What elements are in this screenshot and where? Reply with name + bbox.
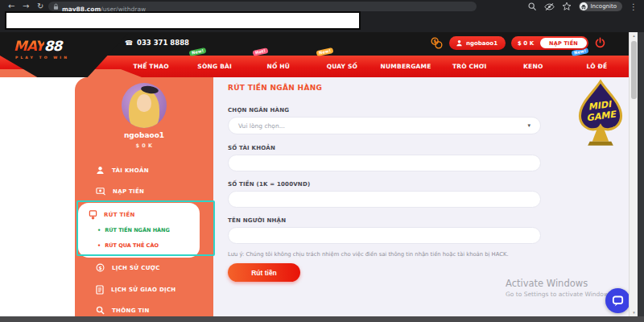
- sidebar: ngobaoo1 $ 0 K TÀI KHOẢN NẠP TIỀN RÚT TI…: [75, 77, 213, 316]
- nav-lo-de[interactable]: New!LÔ ĐỀ: [565, 56, 629, 77]
- hotline-number: 033 371 8888: [137, 39, 189, 47]
- page-body: RÚT TIỀN NGÂN HÀNG CHỌN NGÂN HÀNG Vui lò…: [0, 77, 629, 316]
- sidebar-item-bet-history[interactable]: $ LỊCH SỬ CƯỢC: [96, 262, 160, 274]
- logo-88: 88: [44, 38, 62, 54]
- page-title: RÚT TIỀN NGÂN HÀNG: [228, 84, 322, 92]
- address-bar[interactable]: may88.com/user/withdraw: [48, 2, 477, 11]
- sidebar-active-group: RÚT TIỀN • RÚT TIỀN NGÂN HÀNG • RÚT QUA …: [78, 203, 200, 258]
- window-bottom-edge: [0, 316, 644, 322]
- scroll-down-icon[interactable]: ▾: [630, 310, 638, 316]
- withdraw-submit-button[interactable]: Rút tiền: [228, 263, 300, 282]
- activate-windows-watermark: Activate Windows Go to Settings to activ…: [506, 278, 613, 298]
- lock-icon: [53, 3, 59, 10]
- window-right-edge: [638, 32, 644, 322]
- account-number-label: SỐ TÀI KHOẢN: [228, 145, 275, 151]
- sidebar-subitem-withdraw-card[interactable]: • RÚT QUA THẺ CÀO: [97, 242, 159, 249]
- chat-icon: [611, 294, 625, 308]
- receiver-name-input[interactable]: [228, 227, 541, 244]
- nav-numbergame[interactable]: NUMBERGAME: [374, 56, 438, 77]
- zoom-icon[interactable]: [527, 2, 537, 11]
- sidebar-balance: $ 0 K: [75, 142, 213, 149]
- dollar-circle-icon: $: [96, 263, 105, 272]
- browser-chrome: ← → ↻ may88.com/user/withdraw Incognito …: [0, 0, 644, 32]
- balance-deposit-pill[interactable]: $ 0 K NẠP TIỀN: [511, 36, 588, 50]
- amount-label: SỐ TIỀN (1K = 1000VND): [228, 181, 310, 188]
- midi-game-logo: MIDI GAME: [574, 79, 627, 153]
- disclaimer-note: Lưu ý: Chúng tôi không chịu trách nhiệm …: [228, 251, 566, 258]
- sidebar-subitem-withdraw-bank[interactable]: • RÚT TIỀN NGÂN HÀNG: [97, 227, 170, 233]
- bookmark-star-icon[interactable]: [562, 2, 572, 11]
- exchange-coins-icon: $: [430, 36, 444, 50]
- reload-icon[interactable]: ↻: [37, 1, 43, 11]
- nav-keno[interactable]: KENO: [502, 56, 565, 77]
- hotline: ☎ 033 371 8888: [125, 39, 189, 47]
- sidebar-item-account[interactable]: TÀI KHOẢN: [96, 164, 149, 176]
- sidebar-item-withdraw[interactable]: RÚT TIỀN: [89, 210, 135, 220]
- nav-no-hu[interactable]: Hot!NỔ HŨ: [246, 56, 310, 77]
- money-deposit-icon: [96, 187, 105, 196]
- phone-icon: ☎: [125, 39, 133, 47]
- back-icon[interactable]: ←: [8, 1, 14, 11]
- scroll-up-icon[interactable]: ▴: [630, 33, 638, 39]
- chevron-down-icon: ▾: [527, 122, 530, 129]
- forward-icon[interactable]: →: [23, 1, 29, 11]
- user-icon: [96, 166, 105, 175]
- bank-select[interactable]: Vui lòng chọn... ▾: [228, 117, 541, 134]
- incognito-label: Incognito: [591, 3, 617, 10]
- withdraw-panel: RÚT TIỀN NGÂN HÀNG CHỌN NGÂN HÀNG Vui lò…: [213, 77, 629, 316]
- live-chat-button[interactable]: [605, 288, 630, 313]
- sidebar-item-transaction-history[interactable]: LỊCH SỬ GIAO DỊCH: [96, 283, 176, 295]
- bullet-icon: •: [97, 227, 101, 233]
- search-icon: [96, 306, 105, 315]
- nav-tro-choi[interactable]: TRÒ CHƠI: [438, 56, 502, 77]
- logo-may: MAY: [14, 38, 44, 54]
- nav-song-bai[interactable]: New!SÒNG BÀI: [183, 56, 246, 77]
- amount-input[interactable]: [228, 191, 541, 208]
- nav-quay-so[interactable]: New!QUAY SỐ: [310, 56, 374, 77]
- scrollbar-thumb[interactable]: [631, 41, 637, 99]
- money-withdraw-icon: [89, 210, 97, 220]
- sidebar-item-info[interactable]: THÔNG TIN: [96, 304, 150, 316]
- bank-label: CHỌN NGÂN HÀNG: [228, 107, 289, 114]
- receiver-name-label: TÊN NGƯỜI NHẬN: [228, 217, 286, 224]
- sidebar-item-deposit[interactable]: NẠP TIỀN: [96, 185, 144, 197]
- receipt-icon: [96, 285, 104, 295]
- balance-amount: $ 0 K: [518, 40, 534, 47]
- redacted-area: [5, 11, 361, 30]
- svg-text:$: $: [98, 265, 101, 270]
- bullet-icon: •: [97, 242, 101, 249]
- eye-off-icon[interactable]: [544, 2, 555, 11]
- user-icon: [456, 39, 463, 47]
- page-scrollbar[interactable]: ▴ ▾: [629, 32, 638, 316]
- deposit-button[interactable]: NẠP TIỀN: [540, 38, 587, 48]
- incognito-badge[interactable]: Incognito: [579, 2, 622, 11]
- account-username: ngobaoo1: [466, 40, 497, 47]
- browser-menu-icon[interactable]: ⋮: [630, 2, 638, 11]
- incognito-icon: [580, 2, 588, 10]
- svg-text:$: $: [433, 39, 436, 43]
- avatar: [122, 83, 167, 128]
- power-logout-icon[interactable]: [594, 37, 606, 49]
- bank-select-placeholder: Vui lòng chọn...: [238, 122, 285, 130]
- sidebar-username: ngobaoo1: [75, 131, 213, 139]
- account-number-input[interactable]: [228, 155, 541, 171]
- account-button[interactable]: ngobaoo1: [449, 36, 506, 50]
